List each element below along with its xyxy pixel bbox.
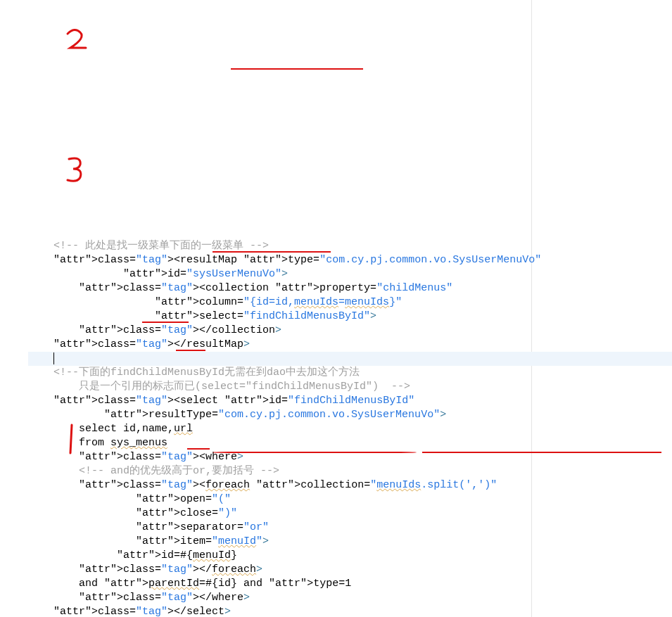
code-line: from sys_menus xyxy=(28,436,672,450)
code-line: "attr">class="tag"><foreach "attr">colle… xyxy=(28,478,672,492)
code-line: "attr">resultType="com.cy.pj.common.vo.S… xyxy=(28,408,672,422)
code-area: <!-- 此处是找一级菜单下面的一级菜单 --> "attr">class="t… xyxy=(28,0,672,617)
annotation-2 xyxy=(27,13,93,74)
code-line: "attr">class="tag"><resultMap "attr">typ… xyxy=(28,253,672,267)
code-line: <!--下面的findChildMenusById无需在到dao中去加这个方法 xyxy=(28,366,672,380)
code-line: "attr">class="tag"><select "attr">id="fi… xyxy=(28,394,672,408)
code-line: "attr">item="menuId"> xyxy=(28,535,672,549)
underline-url xyxy=(187,448,210,450)
code-line: "attr">separator="or" xyxy=(28,521,672,535)
underline-menuid xyxy=(142,322,189,323)
underline-id xyxy=(176,350,205,351)
code-line: "attr">open="(" xyxy=(28,492,672,507)
gutter xyxy=(0,0,28,617)
code-line: and "attr">parentId=#{id} and "attr">typ… xyxy=(28,577,672,591)
code-line: <!-- and的优先级高于or,要加括号 --> xyxy=(28,464,672,478)
code-line: "attr">class="tag"></collection> xyxy=(28,324,672,338)
code-line xyxy=(28,352,672,366)
code-line: "attr">class="tag"></select> xyxy=(28,605,672,617)
underline-collection xyxy=(213,251,331,253)
code-editor: <!-- 此处是找一级菜单下面的一级菜单 --> "attr">class="t… xyxy=(0,0,672,617)
code-line: "attr">id="sysUserMenuVo"> xyxy=(28,267,672,281)
code-line: "attr">select="findChildMenusById"> xyxy=(28,310,672,324)
underline-case1 xyxy=(213,452,417,453)
underline-column xyxy=(231,68,363,70)
code-line: "attr">class="tag"><collection "attr">pr… xyxy=(28,281,672,295)
code-line: "attr">class="tag"></resultMap> xyxy=(28,338,672,352)
code-line: "attr">column="{id=id,menuIds=menuIds}" xyxy=(28,295,672,310)
code-line: 只是一个引用的标志而已(select="findChildMenusById")… xyxy=(28,380,672,394)
annotation-3 xyxy=(27,141,93,205)
code-line: "attr">class="tag"></foreach> xyxy=(28,563,672,577)
code-line: "attr">class="tag"></where> xyxy=(28,591,672,605)
code-line: "attr">close=")" xyxy=(28,507,672,521)
code-line: "attr">id=#{menuId} xyxy=(28,549,672,563)
underline-case2 xyxy=(422,452,661,453)
code-line: select id,name,url xyxy=(28,422,672,436)
code-line: <!-- 此处是找一级菜单下面的一级菜单 --> xyxy=(28,239,672,253)
